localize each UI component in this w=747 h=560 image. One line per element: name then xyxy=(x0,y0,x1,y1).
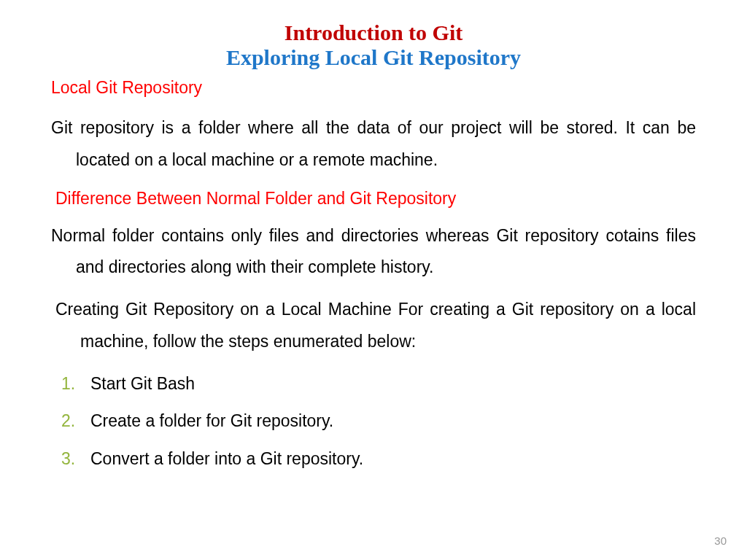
slide-title-sub: Exploring Local Git Repository xyxy=(51,45,696,70)
section-heading-difference: Difference Between Normal Folder and Git… xyxy=(55,187,696,210)
slide-title-main: Introduction to Git xyxy=(51,20,696,45)
step-item: Convert a folder into a Git repository. xyxy=(90,443,696,475)
paragraph-difference: Normal folder contains only files and di… xyxy=(51,220,696,284)
section-heading-local-repo: Local Git Repository xyxy=(51,76,696,99)
paragraph-repo-definition: Git repository is a folder where all the… xyxy=(51,112,696,176)
steps-list: Start Git Bash Create a folder for Git r… xyxy=(51,368,696,475)
paragraph-creating: Creating Git Repository on a Local Machi… xyxy=(55,294,696,357)
step-item: Start Git Bash xyxy=(90,368,696,400)
page-number: 30 xyxy=(714,534,727,547)
step-item: Create a folder for Git repository. xyxy=(90,405,696,438)
slide-content: Introduction to Git Exploring Local Git … xyxy=(0,0,747,475)
